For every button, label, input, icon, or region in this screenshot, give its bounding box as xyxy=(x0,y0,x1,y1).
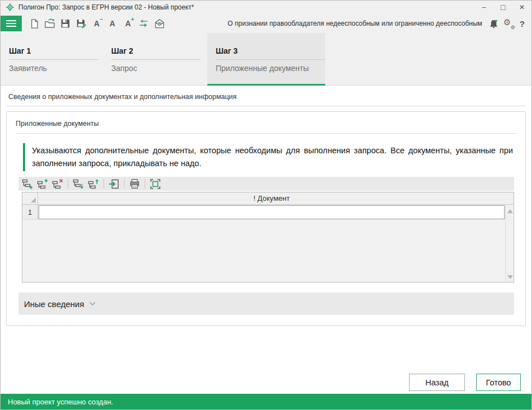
section-title: Сведения о приложенных документах и допо… xyxy=(6,93,526,106)
step-tabs: Шаг 1 Заявитель Шаг 2 Запрос Шаг 3 Прило… xyxy=(1,33,531,86)
expand-table-button[interactable] xyxy=(149,178,162,190)
tab-step-subtitle: Приложенные документы xyxy=(216,64,325,73)
tab-step-1[interactable]: Шаг 1 Заявитель xyxy=(1,33,103,85)
hamburger-menu-button[interactable] xyxy=(1,16,22,31)
add-row-button[interactable] xyxy=(21,178,34,190)
scroll-up-icon[interactable] xyxy=(507,209,513,213)
app-window: Полигон Про: Запрос в ЕГРН версии 02 - Н… xyxy=(0,0,532,410)
grid-header: ! Документ xyxy=(22,192,514,205)
select-all-triangle-icon xyxy=(31,197,36,202)
font-reset-button[interactable]: A xyxy=(106,17,119,30)
statusbar: Новый проект успешно создан. xyxy=(1,394,531,409)
font-decrease-button[interactable]: A– xyxy=(90,17,103,30)
toolbar-separator xyxy=(145,179,145,188)
close-button[interactable]: ✕ xyxy=(512,1,531,14)
toolbar-separator xyxy=(103,179,104,188)
help-icon[interactable]: ? xyxy=(517,19,527,29)
grid-corner-cell[interactable] xyxy=(22,192,38,204)
grid-body: 1 xyxy=(22,205,514,282)
document-input[interactable] xyxy=(39,205,505,219)
other-info-label: Иные сведения xyxy=(24,299,84,309)
table-row: 1 xyxy=(22,205,514,220)
font-increase-button[interactable]: A+ xyxy=(121,17,135,30)
plus-badge-icon: + xyxy=(131,17,134,22)
scroll-down-icon[interactable] xyxy=(507,275,513,279)
context-title-label: О признании правообладателя недееспособн… xyxy=(227,20,482,27)
toolbar-separator xyxy=(124,179,125,188)
back-button[interactable]: Назад xyxy=(409,374,465,391)
settings-gear-icon[interactable]: ⚙ ⚙ xyxy=(503,17,515,30)
chevron-down-icon xyxy=(89,301,96,306)
maximize-button[interactable]: □ xyxy=(493,1,512,14)
window-title: Полигон Про: Запрос в ЕГРН версии 02 - Н… xyxy=(18,3,474,11)
status-message: Новый проект успешно создан. xyxy=(8,398,113,406)
tab-step-subtitle: Запрос xyxy=(111,64,207,73)
documents-grid: ! Документ 1 xyxy=(22,192,514,282)
document-cell xyxy=(38,205,505,220)
send-email-button[interactable] xyxy=(153,17,166,30)
info-note: Указываются дополнительные документы, ко… xyxy=(23,143,514,171)
print-button[interactable] xyxy=(129,178,141,190)
transfer-button[interactable] xyxy=(137,17,150,30)
tab-step-subtitle: Заявитель xyxy=(9,64,103,73)
save-button[interactable] xyxy=(59,17,72,30)
tab-step-title: Шаг 3 xyxy=(216,46,325,60)
tab-step-3[interactable]: Шаг 3 Приложенные документы xyxy=(207,33,325,85)
main-toolbar: A– A A+ О признании правообладателя неде… xyxy=(1,14,531,33)
open-project-button[interactable] xyxy=(43,17,56,30)
minus-badge-icon: – xyxy=(99,17,103,22)
toolbar-separator xyxy=(68,179,68,188)
titlebar: Полигон Про: Запрос в ЕГРН версии 02 - Н… xyxy=(1,1,531,14)
panel-title: Приложенные документы xyxy=(15,120,517,134)
move-row-up-button[interactable] xyxy=(87,178,99,190)
tab-step-title: Шаг 2 xyxy=(111,46,201,60)
done-button[interactable]: Готово xyxy=(476,374,521,391)
import-rows-button[interactable] xyxy=(108,178,120,190)
new-document-button[interactable] xyxy=(27,17,41,30)
move-row-down-button[interactable] xyxy=(72,178,84,190)
tab-step-2[interactable]: Шаг 2 Запрос xyxy=(103,33,207,85)
delete-row-button[interactable] xyxy=(51,178,64,190)
window-controls: – □ ✕ xyxy=(474,1,531,14)
insert-row-button[interactable] xyxy=(36,178,49,190)
row-number[interactable]: 1 xyxy=(22,205,38,220)
app-logo-icon xyxy=(6,3,15,12)
column-header-document[interactable]: ! Документ xyxy=(38,192,505,204)
other-info-collapsed-section[interactable]: Иные сведения xyxy=(18,293,514,315)
minimize-button[interactable]: – xyxy=(474,1,493,14)
save-as-button[interactable] xyxy=(74,17,88,30)
attached-documents-panel: Приложенные документы Указываются дополн… xyxy=(6,111,526,326)
notifications-bell-icon[interactable] xyxy=(487,17,501,30)
documents-table-block: ! Документ 1 xyxy=(18,177,514,282)
tab-step-title: Шаг 1 xyxy=(9,46,98,60)
grid-scrollbar[interactable] xyxy=(505,205,514,282)
table-toolbar xyxy=(18,177,514,191)
